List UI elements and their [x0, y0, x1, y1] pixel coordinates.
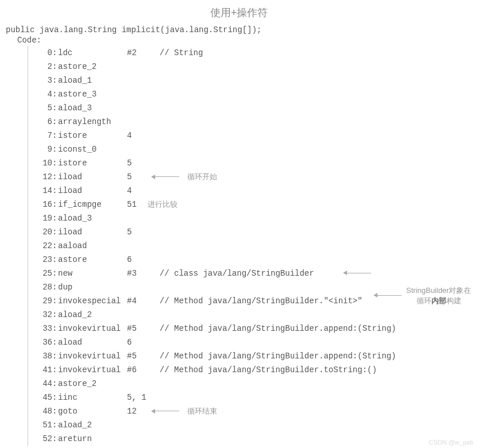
- colon: :: [52, 131, 58, 140]
- offset: 23: [33, 255, 52, 264]
- opcode: aload_2: [58, 310, 127, 319]
- opcode: iload: [58, 186, 127, 195]
- opcode: astore_2: [58, 62, 127, 71]
- comment: // Method java/lang/StringBuilder.append…: [150, 352, 396, 361]
- colon: :: [52, 434, 58, 443]
- offset: 28: [33, 283, 52, 292]
- colon: :: [52, 255, 58, 264]
- arg: 5: [127, 159, 148, 168]
- code-line: 14:iload4: [33, 184, 472, 198]
- colon: :: [52, 393, 58, 402]
- code-line: 2:astore_2: [33, 60, 472, 74]
- opcode: invokevirtual: [58, 324, 127, 333]
- arrow-line-icon: [155, 411, 179, 411]
- offset: 29: [33, 296, 52, 306]
- annotation-text: 循环开始: [187, 172, 217, 181]
- arg: #6: [127, 365, 148, 374]
- colon: :: [52, 241, 58, 250]
- colon: :: [52, 172, 58, 181]
- colon: :: [52, 269, 58, 278]
- arrow-left-icon: [151, 409, 155, 414]
- offset: 3: [33, 76, 52, 85]
- side-annotation: StringBuilder对象在 循环内部构建: [373, 285, 471, 306]
- code-line: 19:aload_3: [33, 211, 472, 225]
- annotation-text: 循环结束: [187, 407, 217, 415]
- opcode: new: [58, 269, 127, 278]
- code-line: 45:iinc5, 1: [33, 391, 472, 404]
- opcode: aaload: [58, 241, 127, 250]
- code-line: 20:iload5: [33, 225, 472, 239]
- opcode: if_icmpge: [58, 200, 127, 209]
- code-line: 36:aload6: [33, 335, 472, 349]
- offset: 38: [33, 352, 52, 361]
- offset: 20: [33, 227, 52, 237]
- colon: :: [52, 186, 58, 195]
- code-line: 48:goto12循环结束: [33, 404, 472, 418]
- offset: 5: [33, 103, 52, 113]
- offset: 41: [33, 365, 52, 374]
- code-block: public java.lang.String implicit(java.la…: [0, 25, 478, 446]
- arg: 5: [127, 227, 148, 237]
- offset: 25: [33, 269, 52, 278]
- arg: 4: [127, 131, 148, 140]
- code-lines: 0:ldc#2 // String2:astore_23:aload_14:as…: [28, 46, 472, 446]
- code-line: 38:invokevirtual#5 // Method java/lang/S…: [33, 349, 472, 363]
- colon: :: [52, 48, 58, 57]
- side-arrow: [343, 269, 371, 278]
- opcode: iload: [58, 227, 127, 237]
- opcode: iconst_0: [58, 145, 127, 154]
- colon: :: [52, 103, 58, 113]
- code-line: 6:arraylength: [33, 115, 472, 129]
- colon: :: [52, 145, 58, 154]
- arg: #4: [127, 296, 148, 306]
- code-line: 0:ldc#2 // String: [33, 46, 472, 60]
- code-line: 51:aload_2: [33, 418, 472, 432]
- offset: 44: [33, 379, 52, 388]
- opcode: invokevirtual: [58, 365, 127, 374]
- opcode: istore: [58, 159, 127, 168]
- arrow-left-icon: [373, 293, 377, 298]
- offset: 45: [33, 393, 52, 402]
- offset: 12: [33, 172, 52, 181]
- opcode: astore: [58, 255, 127, 264]
- code-line: 41:invokevirtual#6 // Method java/lang/S…: [33, 363, 472, 377]
- colon: :: [52, 76, 58, 85]
- colon: :: [52, 420, 58, 430]
- arg: 6: [127, 255, 148, 264]
- side-note-line1: StringBuilder对象在: [406, 286, 471, 295]
- annotation-text: 进行比较: [148, 199, 178, 210]
- code-line: 25:new#3 // class java/lang/StringBuilde…: [33, 267, 472, 280]
- side-note-line2c: 构建: [446, 296, 461, 305]
- comment: // Method java/lang/StringBuilder.toStri…: [150, 365, 377, 374]
- offset: 48: [33, 407, 52, 416]
- code-line: 7:istore4: [33, 129, 472, 142]
- opcode: dup: [58, 283, 127, 292]
- colon: :: [52, 159, 58, 168]
- arrow-left-icon: [343, 271, 347, 275]
- offset: 33: [33, 324, 52, 333]
- arg: 12: [127, 407, 148, 416]
- comment: // class java/lang/StringBuilder: [150, 269, 314, 278]
- colon: :: [52, 62, 58, 71]
- code-line: 9:iconst_0: [33, 142, 472, 156]
- colon: :: [52, 310, 58, 319]
- offset: 36: [33, 338, 52, 347]
- opcode: invokevirtual: [58, 352, 127, 361]
- arrow-line-icon: [377, 295, 402, 296]
- colon: :: [52, 352, 58, 361]
- opcode: iinc: [58, 393, 127, 402]
- opcode: astore_3: [58, 90, 127, 99]
- code-line: 33:invokevirtual#5 // Method java/lang/S…: [33, 322, 472, 335]
- offset: 2: [33, 62, 52, 71]
- comment: // String: [150, 48, 203, 57]
- colon: :: [52, 90, 58, 99]
- code-label: Code:: [17, 36, 472, 45]
- arrow-line-icon: [155, 176, 179, 177]
- side-note-line2b: 内部: [431, 296, 446, 305]
- comment: // Method java/lang/StringBuilder."<init…: [150, 296, 363, 306]
- watermark: CSDN @w_pab: [429, 439, 473, 446]
- code-line: 52:areturn: [33, 432, 472, 446]
- code-line: 32:aload_2: [33, 308, 472, 322]
- offset: 19: [33, 214, 52, 223]
- inline-annotation: 循环结束: [151, 406, 217, 416]
